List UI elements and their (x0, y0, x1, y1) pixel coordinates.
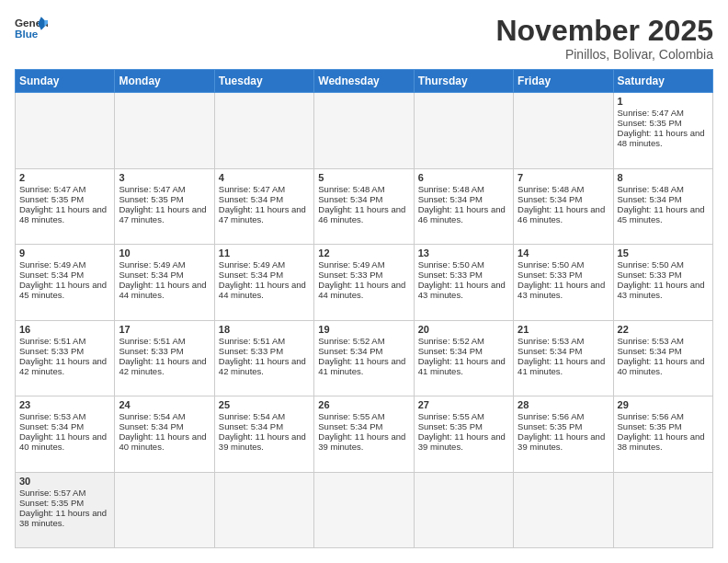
calendar-cell: 15Sunrise: 5:50 AMSunset: 5:33 PMDayligh… (613, 245, 712, 320)
sunrise-text: Sunrise: 5:49 AM (318, 259, 409, 270)
daylight-text: Daylight: 11 hours and 45 minutes. (618, 204, 709, 224)
day-number: 10 (119, 247, 210, 259)
calendar-cell: 2Sunrise: 5:47 AMSunset: 5:35 PMDaylight… (16, 168, 115, 244)
calendar-cell: 1Sunrise: 5:47 AMSunset: 5:35 PMDaylight… (613, 93, 712, 168)
col-sunday: Sunday (16, 70, 115, 93)
sunset-text: Sunset: 5:35 PM (618, 118, 709, 128)
sunset-text: Sunset: 5:35 PM (19, 498, 110, 508)
sunrise-text: Sunrise: 5:53 AM (618, 336, 709, 346)
day-number: 23 (19, 399, 110, 410)
calendar-cell: 23Sunrise: 5:53 AMSunset: 5:34 PMDayligh… (16, 396, 115, 472)
daylight-text: Daylight: 11 hours and 46 minutes. (318, 204, 409, 224)
calendar-week-4: 16Sunrise: 5:51 AMSunset: 5:33 PMDayligh… (16, 320, 713, 396)
day-number: 22 (618, 324, 709, 335)
sunset-text: Sunset: 5:34 PM (418, 346, 509, 356)
sunset-text: Sunset: 5:34 PM (19, 421, 110, 431)
sunrise-text: Sunrise: 5:51 AM (119, 336, 210, 346)
calendar-cell: 3Sunrise: 5:47 AMSunset: 5:35 PMDaylight… (115, 168, 214, 244)
calendar-cell: 19Sunrise: 5:52 AMSunset: 5:34 PMDayligh… (314, 320, 414, 396)
sunset-text: Sunset: 5:33 PM (219, 346, 310, 356)
sunrise-text: Sunrise: 5:47 AM (19, 184, 110, 194)
sunrise-text: Sunrise: 5:48 AM (618, 184, 709, 194)
sunset-text: Sunset: 5:34 PM (219, 421, 310, 431)
daylight-text: Daylight: 11 hours and 41 minutes. (518, 356, 609, 376)
daylight-text: Daylight: 11 hours and 47 minutes. (119, 204, 210, 224)
sunset-text: Sunset: 5:35 PM (518, 421, 609, 431)
calendar-cell (414, 93, 513, 168)
sunset-text: Sunset: 5:34 PM (518, 194, 609, 204)
calendar-cell: 22Sunrise: 5:53 AMSunset: 5:34 PMDayligh… (613, 320, 712, 396)
calendar-cell (214, 93, 313, 168)
sunset-text: Sunset: 5:35 PM (418, 421, 509, 431)
sunset-text: Sunset: 5:35 PM (119, 194, 210, 204)
calendar-body: 1Sunrise: 5:47 AMSunset: 5:35 PMDaylight… (16, 93, 713, 548)
daylight-text: Daylight: 11 hours and 39 minutes. (219, 431, 310, 452)
logo: General Blue (15, 15, 48, 40)
daylight-text: Daylight: 11 hours and 44 minutes. (119, 280, 210, 300)
sunrise-text: Sunrise: 5:48 AM (518, 184, 609, 194)
day-number: 17 (119, 324, 210, 335)
daylight-text: Daylight: 11 hours and 38 minutes. (618, 431, 709, 452)
sunset-text: Sunset: 5:34 PM (518, 346, 609, 356)
sunset-text: Sunset: 5:33 PM (418, 270, 509, 280)
daylight-text: Daylight: 11 hours and 39 minutes. (418, 431, 509, 452)
header-row: Sunday Monday Tuesday Wednesday Thursday… (16, 70, 713, 93)
page: General Blue November 2025 Pinillos, Bol… (0, 0, 728, 563)
calendar-week-3: 9Sunrise: 5:49 AMSunset: 5:34 PMDaylight… (16, 245, 713, 320)
daylight-text: Daylight: 11 hours and 46 minutes. (418, 204, 509, 224)
col-thursday: Thursday (414, 70, 513, 93)
sunset-text: Sunset: 5:33 PM (518, 270, 609, 280)
sunrise-text: Sunrise: 5:48 AM (418, 184, 509, 194)
day-number: 9 (19, 247, 110, 259)
calendar-header: Sunday Monday Tuesday Wednesday Thursday… (16, 70, 713, 93)
calendar-cell: 28Sunrise: 5:56 AMSunset: 5:35 PMDayligh… (514, 396, 613, 472)
col-friday: Friday (514, 70, 613, 93)
daylight-text: Daylight: 11 hours and 43 minutes. (618, 280, 709, 300)
sunrise-text: Sunrise: 5:52 AM (418, 336, 509, 346)
sunrise-text: Sunrise: 5:54 AM (219, 411, 310, 421)
daylight-text: Daylight: 11 hours and 42 minutes. (219, 356, 310, 376)
sunrise-text: Sunrise: 5:54 AM (119, 411, 210, 421)
col-saturday: Saturday (613, 70, 712, 93)
daylight-text: Daylight: 11 hours and 43 minutes. (518, 280, 609, 300)
calendar-cell (414, 472, 513, 547)
sunset-text: Sunset: 5:34 PM (219, 270, 310, 280)
col-tuesday: Tuesday (214, 70, 313, 93)
day-number: 18 (219, 324, 310, 335)
day-number: 26 (318, 399, 409, 410)
calendar-cell (314, 93, 414, 168)
day-number: 30 (19, 476, 110, 487)
calendar-cell: 25Sunrise: 5:54 AMSunset: 5:34 PMDayligh… (214, 396, 313, 472)
sunset-text: Sunset: 5:34 PM (318, 421, 409, 431)
sunset-text: Sunset: 5:34 PM (418, 194, 509, 204)
day-number: 25 (219, 399, 310, 410)
calendar-cell: 7Sunrise: 5:48 AMSunset: 5:34 PMDaylight… (514, 168, 613, 244)
daylight-text: Daylight: 11 hours and 38 minutes. (19, 508, 110, 528)
sunset-text: Sunset: 5:33 PM (19, 346, 110, 356)
calendar-week-2: 2Sunrise: 5:47 AMSunset: 5:35 PMDaylight… (16, 168, 713, 244)
calendar-cell (613, 472, 712, 547)
day-number: 14 (518, 247, 609, 259)
calendar-cell: 18Sunrise: 5:51 AMSunset: 5:33 PMDayligh… (214, 320, 313, 396)
calendar-week-1: 1Sunrise: 5:47 AMSunset: 5:35 PMDaylight… (16, 93, 713, 168)
sunset-text: Sunset: 5:34 PM (618, 346, 709, 356)
day-number: 7 (518, 172, 609, 183)
calendar-cell (115, 472, 214, 547)
sunrise-text: Sunrise: 5:55 AM (418, 411, 509, 421)
day-number: 15 (618, 247, 709, 259)
day-number: 2 (19, 172, 110, 183)
sunrise-text: Sunrise: 5:47 AM (618, 108, 709, 118)
sunrise-text: Sunrise: 5:57 AM (19, 488, 110, 498)
sunset-text: Sunset: 5:34 PM (119, 270, 210, 280)
day-number: 28 (518, 399, 609, 410)
day-number: 3 (119, 172, 210, 183)
day-number: 13 (418, 247, 509, 259)
calendar-table: Sunday Monday Tuesday Wednesday Thursday… (15, 69, 713, 548)
calendar-cell: 14Sunrise: 5:50 AMSunset: 5:33 PMDayligh… (514, 245, 613, 320)
sunrise-text: Sunrise: 5:51 AM (19, 336, 110, 346)
calendar-cell: 9Sunrise: 5:49 AMSunset: 5:34 PMDaylight… (16, 245, 115, 320)
day-number: 11 (219, 247, 310, 259)
calendar-cell: 20Sunrise: 5:52 AMSunset: 5:34 PMDayligh… (414, 320, 513, 396)
sunset-text: Sunset: 5:34 PM (19, 270, 110, 280)
daylight-text: Daylight: 11 hours and 48 minutes. (19, 204, 110, 224)
